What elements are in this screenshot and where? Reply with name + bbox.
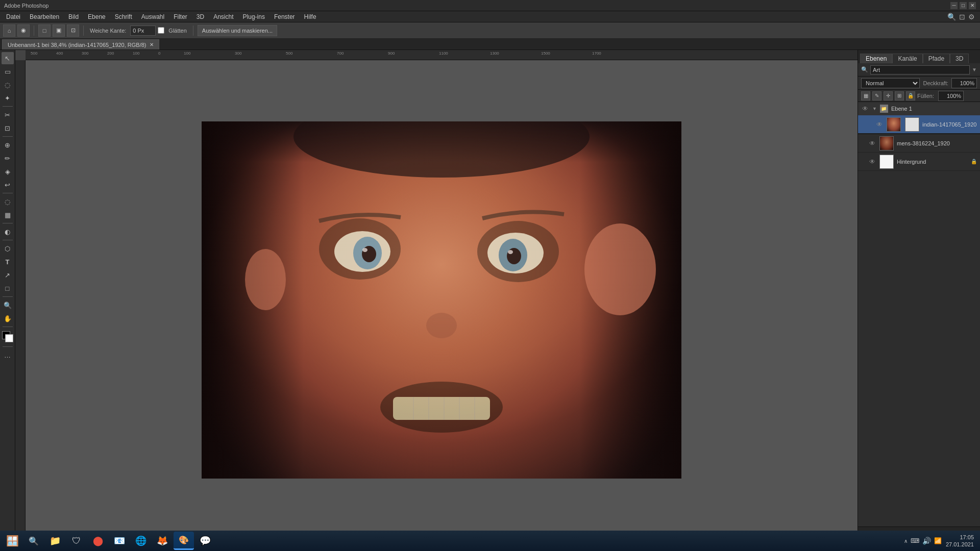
history-brush-button[interactable]: ↩: [2, 179, 14, 191]
layer-item-indian[interactable]: 👁 indian-1417065_1920: [858, 115, 980, 134]
tab-pfade[interactable]: Pfade: [923, 54, 950, 63]
filter-icon-1[interactable]: ▦: [861, 91, 870, 101]
canvas-area[interactable]: 500 400 300 200 100 0 100 300 500 700 90…: [15, 50, 857, 540]
home-button[interactable]: ⌂: [3, 24, 15, 37]
menu-fenster[interactable]: Fenster: [270, 12, 299, 21]
menu-filter[interactable]: Filter: [169, 12, 191, 21]
crop-tool-button[interactable]: ✂: [2, 109, 14, 121]
select-mask-button[interactable]: Auswählen und maskieren...: [198, 25, 277, 36]
taskbar-app7-button[interactable]: 🌐: [131, 532, 151, 550]
hand-tool-button[interactable]: ✋: [2, 312, 14, 324]
taskbar-app6-button[interactable]: 📧: [109, 532, 130, 550]
menu-bearbeiten[interactable]: Bearbeiten: [26, 12, 63, 21]
menu-auswahl[interactable]: Auswahl: [137, 12, 168, 21]
taskbar-clock[interactable]: 17:05 27.01.2021: [946, 534, 974, 548]
smooth-input[interactable]: [130, 26, 156, 36]
taskbar-app5-button[interactable]: ⬤: [88, 532, 108, 550]
color-swatch[interactable]: [2, 331, 13, 342]
taskbar-arrow-icon[interactable]: ∧: [904, 538, 908, 544]
tab-3d[interactable]: 3D: [950, 54, 969, 63]
lasso-tool-button[interactable]: ◌: [2, 79, 14, 91]
settings-icon[interactable]: ⚙: [968, 13, 975, 21]
layer-mask-image: [905, 118, 919, 131]
brush-tool-button[interactable]: ✏: [2, 152, 14, 164]
layer-group-header-ebene1[interactable]: 👁 ▼ 📁 Ebene 1: [858, 102, 980, 115]
tool-separator-1: [3, 106, 13, 107]
menu-hilfe[interactable]: Hilfe: [300, 12, 321, 21]
taskbar-photoshop-button[interactable]: 🎨: [174, 532, 194, 550]
menu-ansicht[interactable]: Ansicht: [209, 12, 237, 21]
opacity-input[interactable]: [951, 78, 977, 88]
view-icon[interactable]: ⊡: [959, 13, 965, 21]
eraser-tool-button[interactable]: ◌: [2, 195, 14, 208]
taskbar-start-button[interactable]: 🪟: [2, 532, 22, 550]
layers-search-input[interactable]: [870, 65, 970, 74]
tab-ebenen[interactable]: Ebenen: [860, 54, 892, 63]
taskbar-volume-icon[interactable]: 🔊: [922, 537, 931, 545]
document-tab[interactable]: Unbenannt-1 bei 38,4% (indian-1417065_19…: [2, 39, 159, 49]
layers-search-dropdown[interactable]: ▼: [972, 67, 977, 72]
healing-tool-button[interactable]: ⊕: [2, 139, 14, 151]
taskbar-search-button[interactable]: 🔍: [23, 532, 44, 550]
taskbar-chat-button[interactable]: 💬: [195, 532, 215, 550]
menu-ebene[interactable]: Ebene: [84, 12, 110, 21]
more-tools-button[interactable]: …: [2, 349, 14, 361]
minimize-button[interactable]: ─: [950, 2, 958, 9]
taskbar-keyboard-icon: ⌨: [911, 537, 919, 544]
window-controls[interactable]: ─ □ ✕: [950, 2, 976, 9]
layer-item-mens[interactable]: 👁 mens-3816224_1920: [858, 134, 980, 153]
close-button[interactable]: ✕: [969, 2, 976, 9]
group-expand-arrow[interactable]: ▼: [872, 106, 877, 111]
move-tool-button[interactable]: ↖: [2, 52, 14, 64]
magic-wand-tool-button[interactable]: ✦: [2, 92, 14, 104]
brush-options-button[interactable]: ◉: [17, 24, 30, 37]
maximize-button[interactable]: □: [960, 2, 967, 9]
menu-plugins[interactable]: Plug-ins: [239, 12, 269, 21]
filter-icon-4[interactable]: ⊞: [895, 91, 904, 101]
ruler-num: 100: [184, 51, 190, 56]
menu-bild[interactable]: Bild: [64, 12, 83, 21]
gloss-checkbox[interactable]: [158, 27, 164, 34]
row-select-button[interactable]: ▣: [53, 24, 65, 37]
tab-close-button[interactable]: ✕: [150, 42, 154, 47]
rect-select-button[interactable]: □: [38, 24, 51, 37]
taskbar-antivirus-button[interactable]: 🛡: [66, 532, 87, 550]
col-select-button[interactable]: ⊡: [67, 24, 79, 37]
tool-separator-2: [3, 136, 13, 137]
filter-icon-3[interactable]: ✛: [884, 91, 893, 101]
selection-tool-button[interactable]: ▭: [2, 65, 14, 78]
layer-item-hintergrund[interactable]: 👁 Hintergrund 🔒: [858, 153, 980, 171]
zoom-tool-button[interactable]: 🔍: [2, 299, 14, 311]
titlebar-left: Adobe Photoshop: [4, 3, 48, 9]
search-icon[interactable]: 🔍: [947, 13, 956, 21]
menu-datei[interactable]: Datei: [2, 12, 24, 21]
layer-visibility-hintergrund[interactable]: 👁: [868, 158, 876, 166]
path-tool-button[interactable]: ↗: [2, 269, 14, 281]
fill-input[interactable]: [938, 91, 964, 101]
blend-mode-row: Normal Multiplizieren Bildschirm Deckkra…: [858, 77, 980, 90]
layer-visibility-mens[interactable]: 👁: [868, 139, 876, 147]
shape-tool-button[interactable]: □: [2, 282, 14, 294]
titlebar: Adobe Photoshop ─ □ ✕: [0, 0, 980, 11]
filter-icon-2[interactable]: ✎: [872, 91, 881, 101]
pen-tool-button[interactable]: ⬡: [2, 242, 14, 255]
text-tool-button[interactable]: T: [2, 256, 14, 268]
gradient-tool-button[interactable]: ▦: [2, 209, 14, 221]
clone-stamp-tool-button[interactable]: ◈: [2, 165, 14, 178]
taskbar-firefox-button[interactable]: 🦊: [152, 532, 173, 550]
taskbar-network-icon[interactable]: 📶: [934, 537, 942, 544]
taskbar-explorer-button[interactable]: 📁: [45, 532, 65, 550]
menu-3d[interactable]: 3D: [192, 12, 208, 21]
background-color[interactable]: [5, 334, 13, 342]
filter-icon-5[interactable]: 🔒: [906, 91, 915, 101]
layer-visibility-indian[interactable]: 👁: [875, 120, 884, 129]
tab-bar: Unbenannt-1 bei 38,4% (indian-1417065_19…: [0, 39, 980, 50]
group-visibility-icon[interactable]: 👁: [861, 105, 869, 113]
canvas-content[interactable]: [26, 60, 857, 540]
layers-list: 👁 ▼ 📁 Ebene 1 👁 indian-1417065_1920: [858, 102, 980, 527]
dodge-tool-button[interactable]: ◐: [2, 226, 14, 238]
tab-kanaele[interactable]: Kanäle: [892, 54, 922, 63]
blend-mode-select[interactable]: Normal Multiplizieren Bildschirm: [861, 78, 920, 88]
menu-schrift[interactable]: Schrift: [111, 12, 136, 21]
eyedropper-tool-button[interactable]: ⊡: [2, 122, 14, 134]
